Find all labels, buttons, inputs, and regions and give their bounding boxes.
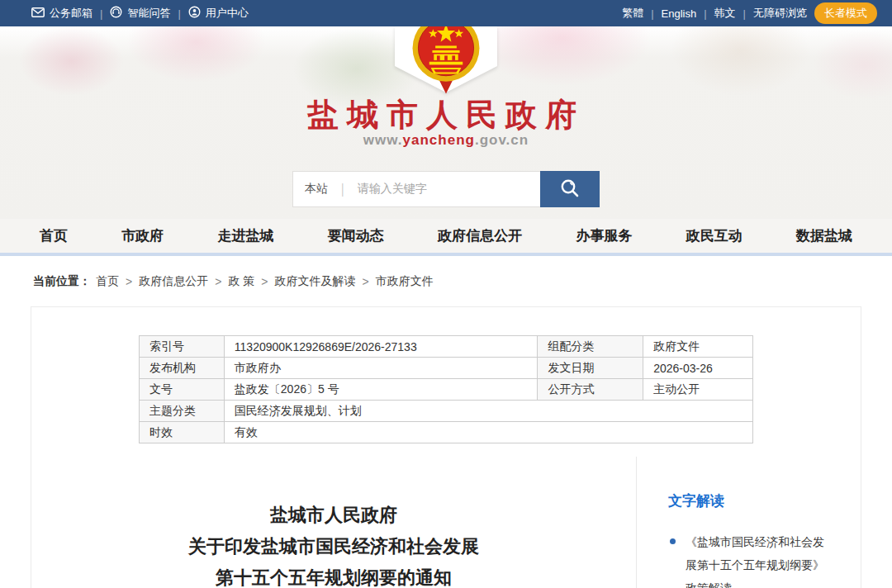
search-scope-selector[interactable]: 本站 [305,182,328,197]
table-row: 主题分类 国民经济发展规划、计划 [140,401,753,422]
site-header: 盐城市人民政府 www.yancheng.gov.cn 本站 ｜ 请输入关键字 [0,26,892,219]
robot-qa-icon [110,6,122,21]
topbar-separator: | [100,7,102,20]
main-nav: 首页 市政府 走进盐城 要闻动态 政府信息公开 办事服务 政民互动 数据盐城 [0,219,892,256]
topbar-right-group: 繁體 | English | 韩文 | 无障碍浏览 长者模式 [622,2,877,24]
search-placeholder: 请输入关键字 [358,182,427,197]
meta-mode-value: 主动公开 [643,379,753,401]
url-prefix: www. [363,132,403,148]
meta-mode-label: 公开方式 [538,379,643,401]
topbar-separator: | [704,7,706,20]
breadcrumb-separator: > [261,275,268,288]
breadcrumb-gov-docs-interpretation[interactable]: 政府文件及解读 [274,274,355,289]
sidebar-interpretation-link[interactable]: 《盐城市国民经济和社会发展第十五个五年规划纲要》政策解读 [668,530,844,588]
meta-index-label: 索引号 [140,336,225,358]
meta-docno-label: 文号 [140,379,225,401]
site-url: www.yancheng.gov.cn [0,132,892,149]
meta-topic-label: 主题分类 [140,401,225,422]
breadcrumb-label: 当前位置： [33,274,91,289]
nav-item-news[interactable]: 要闻动态 [328,226,384,245]
top-utility-bar: 公务邮箱 | 智能问答 | 用户中心 繁體 | English | 韩文 | 无… [0,0,892,26]
url-suffix: .gov.cn [475,132,529,148]
meta-date-value: 2026-03-26 [643,358,753,379]
nav-item-interaction[interactable]: 政民互动 [686,226,743,245]
nav-item-info-disclosure[interactable]: 政府信息公开 [438,226,522,245]
site-title: 盐城市人民政府 [0,94,892,136]
breadcrumb-policy[interactable]: 政 策 [228,274,254,289]
table-row: 索引号 11320900K12926869E/2026-27133 组配分类 政… [140,336,753,358]
nav-item-about-yancheng[interactable]: 走进盐城 [218,226,274,245]
meta-agency-label: 发布机构 [140,358,225,379]
meta-date-label: 发文日期 [538,358,643,379]
user-center-link[interactable]: 用户中心 [188,6,249,21]
search-button[interactable] [540,171,600,207]
accessibility-link[interactable]: 无障碍浏览 [753,6,807,21]
document-title: 盐城市人民政府 关于印发盐城市国民经济和社会发展 第十五个五年规划纲要的通知 [31,500,636,588]
search-scope-divider: ｜ [336,181,349,198]
meta-topic-value: 国民经济发展规划、计划 [224,401,752,422]
lang-traditional-link[interactable]: 繁體 [622,6,643,21]
breadcrumb-info-disclosure[interactable]: 政府信息公开 [139,274,208,289]
topbar-separator: | [178,7,180,20]
user-icon [188,6,201,21]
topbar-separator: | [743,7,746,20]
breadcrumb-separator: > [362,275,368,288]
nav-item-services[interactable]: 办事服务 [576,226,632,245]
elder-mode-button[interactable]: 长者模式 [814,2,877,24]
topbar-left-group: 公务邮箱 | 智能问答 | 用户中心 [31,6,249,21]
document-body-area: 盐城市人民政府 关于印发盐城市国民经济和社会发展 第十五个五年规划纲要的通知 [31,457,636,588]
smart-qa-label: 智能问答 [127,6,170,21]
sidebar-item-label: 《盐城市国民经济和社会发展第十五个五年规划纲要》政策解读 [686,530,828,588]
document-card: 索引号 11320900K12926869E/2026-27133 组配分类 政… [31,306,861,588]
document-meta-table: 索引号 11320900K12926869E/2026-27133 组配分类 政… [139,335,753,443]
table-row: 时效 有效 [140,422,753,443]
lang-english-link[interactable]: English [662,7,697,20]
sidebar-heading: 文字解读 [668,491,844,510]
breadcrumb: 当前位置： 首页 > 政府信息公开 > 政 策 > 政府文件及解读 > 市政府文… [0,256,892,306]
search-input[interactable]: 本站 ｜ 请输入关键字 [292,171,540,207]
meta-docno-value: 盐政发〔2026〕5 号 [224,379,538,401]
breadcrumb-city-gov-docs[interactable]: 市政府文件 [376,274,434,289]
url-highlight: yancheng [403,132,475,148]
topbar-separator: | [651,7,653,20]
smart-qa-link[interactable]: 智能问答 [110,6,170,21]
user-center-label: 用户中心 [206,6,249,21]
site-search: 本站 ｜ 请输入关键字 [292,171,600,207]
meta-validity-label: 时效 [140,422,225,443]
breadcrumb-separator: > [126,275,132,288]
bullet-dot-icon [670,538,676,544]
official-mail-link[interactable]: 公务邮箱 [31,6,93,21]
emblem-badge [395,26,497,92]
search-icon [559,178,581,202]
meta-agency-value: 市政府办 [224,358,538,379]
lang-korean-link[interactable]: 韩文 [714,6,736,21]
nav-item-data[interactable]: 数据盐城 [796,226,852,245]
meta-validity-value: 有效 [224,422,752,443]
nav-item-home[interactable]: 首页 [40,226,68,245]
document-title-line: 盐城市人民政府 [31,500,636,531]
table-row: 发布机构 市政府办 发文日期 2026-03-26 [140,358,753,379]
nav-item-city-gov[interactable]: 市政府 [121,226,164,245]
breadcrumb-home[interactable]: 首页 [96,274,119,289]
table-row: 文号 盐政发〔2026〕5 号 公开方式 主动公开 [140,379,753,401]
breadcrumb-separator: > [215,275,221,288]
mail-icon [31,7,45,20]
content-row: 盐城市人民政府 关于印发盐城市国民经济和社会发展 第十五个五年规划纲要的通知 文… [31,457,861,588]
official-mail-label: 公务邮箱 [50,6,93,21]
meta-index-value: 11320900K12926869E/2026-27133 [224,336,538,358]
meta-category-label: 组配分类 [538,336,643,358]
document-title-line: 第十五个五年规划纲要的通知 [31,562,636,588]
interpretation-sidebar: 文字解读 《盐城市国民经济和社会发展第十五个五年规划纲要》政策解读 [636,457,861,588]
meta-category-value: 政府文件 [643,336,753,358]
document-title-line: 关于印发盐城市国民经济和社会发展 [31,531,636,562]
